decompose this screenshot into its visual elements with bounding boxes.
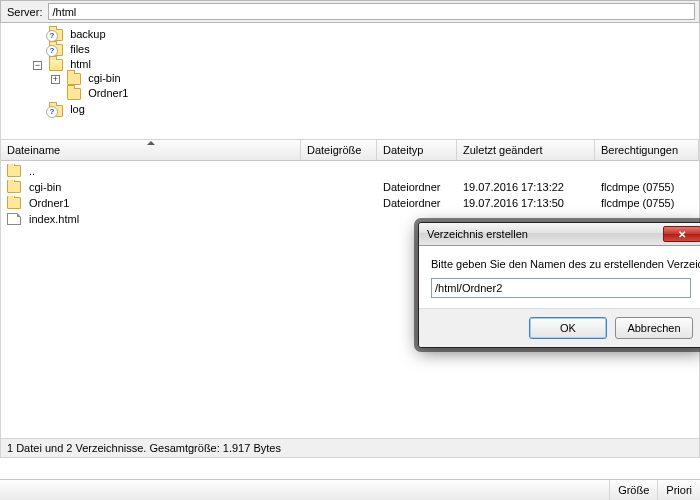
folder-icon xyxy=(7,165,21,177)
column-header-permissions[interactable]: Berechtigungen xyxy=(595,140,699,160)
cell-perm: flcdmpe (0755) xyxy=(595,196,699,210)
list-row-parent[interactable]: .. xyxy=(1,163,699,179)
folder-icon xyxy=(7,197,21,209)
dialog-body: Bitte geben Sie den Namen des zu erstell… xyxy=(419,246,700,308)
tree-expand-icon[interactable]: + xyxy=(51,75,60,84)
cell-size xyxy=(301,186,377,188)
bottom-bar: Größe Priori xyxy=(0,479,700,500)
dialog-title-text: Verzeichnis erstellen xyxy=(427,228,528,240)
cell-size xyxy=(301,218,377,220)
folder-icon xyxy=(67,73,81,85)
cancel-button[interactable]: Abbrechen xyxy=(615,317,693,339)
folder-unknown-icon xyxy=(49,105,63,117)
tree-item-files[interactable]: files xyxy=(33,42,695,57)
tree-expander-none xyxy=(51,88,60,97)
cell-name: Ordner1 xyxy=(29,197,69,209)
tree-expander-none xyxy=(33,29,42,38)
sort-asc-icon xyxy=(147,141,155,145)
tree-item-cgi-bin[interactable]: + cgi-bin xyxy=(51,71,695,86)
create-directory-dialog: Verzeichnis erstellen ✕ Bitte geben Sie … xyxy=(418,222,700,348)
tree-label: Ordner1 xyxy=(88,87,128,99)
dialog-buttons: OK Abbrechen xyxy=(419,308,700,347)
cell-perm: flcdmpe (0755) xyxy=(595,180,699,194)
cell-type xyxy=(377,218,457,220)
tree-expander-none xyxy=(33,44,42,53)
ok-button[interactable]: OK xyxy=(529,317,607,339)
cell-size xyxy=(301,202,377,204)
tree-item-log[interactable]: log xyxy=(33,102,695,117)
dialog-titlebar[interactable]: Verzeichnis erstellen ✕ xyxy=(419,223,700,246)
folder-icon xyxy=(7,181,21,193)
tree-collapse-icon[interactable]: − xyxy=(33,61,42,70)
tree-label: cgi-bin xyxy=(88,72,120,84)
cell-type: Dateiordner xyxy=(377,180,457,194)
cell-type: Dateiordner xyxy=(377,196,457,210)
cell-name: index.html xyxy=(29,213,79,225)
tree-label: files xyxy=(70,43,90,55)
cell-modified xyxy=(457,170,595,172)
cell-name: cgi-bin xyxy=(29,181,61,193)
tree-label: log xyxy=(70,103,85,115)
list-body: .. cgi-bin Dateiordner 19.07.2016 17:13:… xyxy=(1,161,699,229)
tree-expander-none xyxy=(33,104,42,113)
remote-tree: backup files − html + cgi-bin Ordner1 xyxy=(0,23,700,139)
folder-open-icon xyxy=(49,59,63,71)
tree-item-ordner1[interactable]: Ordner1 xyxy=(51,86,695,101)
folder-unknown-icon xyxy=(49,29,63,41)
tree-item-html[interactable]: − html + cgi-bin Ordner1 xyxy=(33,57,695,102)
column-header-size[interactable]: Dateigröße xyxy=(301,140,377,160)
cell-name: .. xyxy=(29,165,35,177)
cell-modified xyxy=(457,218,595,220)
cell-size xyxy=(301,170,377,172)
folder-icon xyxy=(67,88,81,100)
cell-type xyxy=(377,170,457,172)
folder-unknown-icon xyxy=(49,44,63,56)
bottom-col-size[interactable]: Größe xyxy=(609,480,657,500)
cell-modified: 19.07.2016 17:13:50 xyxy=(457,196,595,210)
column-header-name-label: Dateiname xyxy=(7,144,60,156)
column-header-type[interactable]: Dateityp xyxy=(377,140,457,160)
tree-label: html xyxy=(70,58,91,70)
tree-label: backup xyxy=(70,28,105,40)
cell-perm xyxy=(595,218,699,220)
file-icon xyxy=(7,213,21,225)
server-label: Server: xyxy=(5,4,44,20)
close-icon: ✕ xyxy=(678,229,686,240)
server-path-input[interactable] xyxy=(48,3,695,20)
cell-perm xyxy=(595,170,699,172)
server-path-bar: Server: xyxy=(0,0,700,23)
column-header-name[interactable]: Dateiname xyxy=(1,140,301,160)
list-header: Dateiname Dateigröße Dateityp Zuletzt ge… xyxy=(1,140,699,161)
list-row[interactable]: cgi-bin Dateiordner 19.07.2016 17:13:22 … xyxy=(1,179,699,195)
tree-item-backup[interactable]: backup xyxy=(33,27,695,42)
directory-name-input[interactable] xyxy=(431,278,691,298)
dialog-close-button[interactable]: ✕ xyxy=(663,226,700,242)
status-line: 1 Datei und 2 Verzeichnisse. Gesamtgröße… xyxy=(0,439,700,458)
bottom-col-priority[interactable]: Priori xyxy=(657,480,700,500)
dialog-prompt: Bitte geben Sie den Namen des zu erstell… xyxy=(431,258,691,270)
list-row[interactable]: Ordner1 Dateiordner 19.07.2016 17:13:50 … xyxy=(1,195,699,211)
column-header-modified[interactable]: Zuletzt geändert xyxy=(457,140,595,160)
cell-modified: 19.07.2016 17:13:22 xyxy=(457,180,595,194)
